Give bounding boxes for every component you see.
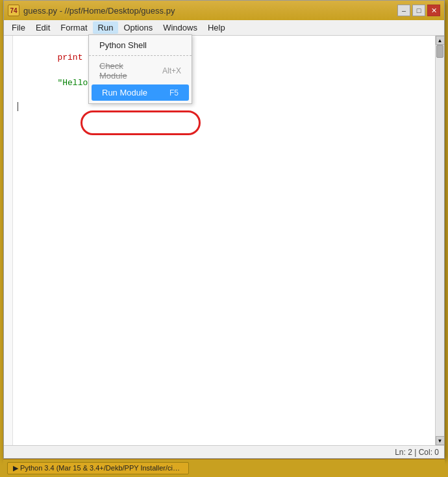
menu-bar: File Edit Format Run Options Windows Hel… [4,20,444,36]
menu-file[interactable]: File [6,21,31,34]
maximize-button[interactable]: □ [412,5,425,16]
taskbar-python-item[interactable]: ▶ Python 3.4 (Mar 15 & 3.4+/Dekb/PPY Ins… [7,462,189,474]
dropdown-item-python-shell[interactable]: Python Shell [89,37,192,53]
dropdown-item-run-module[interactable]: Run Module F5 [92,84,189,101]
app-icon: 74 [8,5,19,16]
scroll-up-button[interactable]: ▲ [436,36,445,45]
dropdown-item-check-module[interactable]: Check Module Alt+X [89,58,192,84]
menu-edit[interactable]: Edit [31,21,55,34]
dropdown-shortcut: F5 [169,88,179,97]
code-editor[interactable]: print "Hello" [13,36,435,445]
title-bar-left: 74 guess.py - //psf/Home/Desktop/guess.p… [8,5,175,16]
dropdown-shortcut: Alt+X [162,66,181,75]
dropdown-item-label: Run Module [102,88,147,97]
code-line-1: print "Hello" [17,38,431,102]
code-line-2 [17,102,431,111]
menu-run[interactable]: Run [93,21,119,34]
run-dropdown: Python Shell Check Module Alt+X Run Modu… [88,34,192,104]
minimize-button[interactable]: – [397,5,410,16]
scroll-track[interactable] [436,45,444,436]
dropdown-divider [89,55,192,56]
dropdown-item-label: Check Module [99,61,152,81]
menu-windows[interactable]: Windows [158,21,203,34]
window-title: guess.py - //psf/Home/Desktop/guess.py [23,6,175,16]
menu-help[interactable]: Help [203,21,230,34]
title-bar: 74 guess.py - //psf/Home/Desktop/guess.p… [4,1,444,20]
cursor-position: Ln: 2 | Col: 0 [395,448,439,457]
main-window: 74 guess.py - //psf/Home/Desktop/guess.p… [3,0,445,459]
string-literal: "Hello" [57,78,93,88]
title-controls: – □ ✕ [397,5,440,16]
vertical-scrollbar[interactable]: ▲ ▼ [435,36,444,445]
space [57,65,62,75]
menu-format[interactable]: Format [55,21,92,34]
status-bar: Ln: 2 | Col: 0 [4,445,444,458]
keyword: print [57,53,82,62]
editor-area: print "Hello" ▲ ▼ [4,36,444,445]
taskbar: ▶ Python 3.4 (Mar 15 & 3.4+/Dekb/PPY Ins… [3,459,445,477]
dropdown-item-label: Python Shell [99,40,147,50]
close-button[interactable]: ✕ [427,5,440,16]
scroll-thumb[interactable] [436,45,443,58]
menu-options[interactable]: Options [118,21,158,34]
scroll-down-button[interactable]: ▼ [436,436,445,445]
text-cursor [18,102,18,111]
line-numbers [4,36,13,445]
